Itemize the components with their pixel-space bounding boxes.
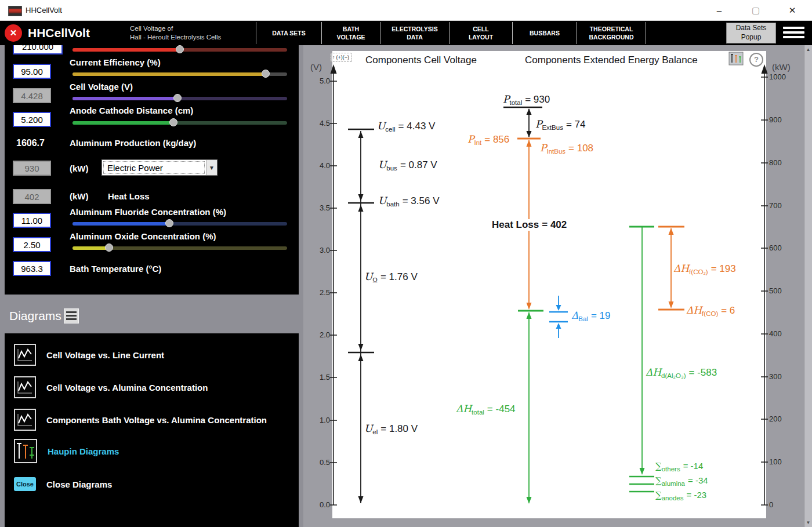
titlebar: HHCellVolt – ▢ ✕ — [0, 0, 812, 21]
controls-panel: Current Efficiency (%) Cell Voltage (V) … — [5, 45, 299, 295]
label-u-cell: Ucell= 4.43 V — [377, 120, 435, 133]
cell-voltage-label: Cell Voltage (V) — [70, 82, 133, 92]
aluminum-oxide-label: Aluminum Oxide Concentration (%) — [70, 231, 216, 241]
bath-temperature-input[interactable] — [13, 261, 51, 276]
cell-voltage-input — [13, 88, 51, 103]
haupin-diagram-area: Components Cell Voltage Components Exten… — [303, 45, 812, 527]
anode-cathode-distance-label: Anode Cathode Distance (cm) — [70, 106, 193, 115]
label-sum-anodes: ∑anodes= -23 — [655, 490, 706, 501]
diagram-item-cell-voltage-vs-alumina[interactable]: Cell Voltage vs. Alumina Concentration — [14, 376, 208, 399]
nav-menu: DATA SETS BATH VOLTAGE ELECTROLYSIS DATA… — [256, 22, 646, 44]
label-sum-alumina: ∑alumina= -34 — [655, 475, 708, 487]
minimize-button[interactable]: – — [706, 0, 732, 20]
menu-item-cell-layout[interactable]: CELL LAYOUT — [449, 22, 513, 44]
diagrams-header: Diagrams — [9, 309, 61, 323]
anode-cathode-distance-slider[interactable] — [72, 118, 287, 128]
polarity-orientation-icon: ↑(+)(−) — [330, 53, 351, 62]
label-p-total: Ptotal= 930 — [503, 93, 550, 106]
slider-thumb[interactable] — [165, 219, 173, 227]
label-u-ohm: UΩ= 1.76 V — [364, 271, 418, 284]
line-current-input[interactable] — [13, 45, 63, 54]
scroll-down-icon[interactable]: ▼ — [804, 520, 812, 525]
anode-cathode-distance-input[interactable] — [13, 112, 51, 127]
label-u-bath: Ubath= 3.56 V — [378, 195, 440, 208]
line-chart-icon — [14, 376, 36, 398]
label-u-bus: Ubus= 0.87 V — [378, 159, 437, 172]
app-title: HHCellVolt — [28, 21, 90, 45]
diagram-item-close-diagrams[interactable]: Close Close Diagrams — [14, 473, 112, 496]
label-p-int: PInt= 856 — [467, 133, 509, 146]
label-delta-bal: ΔBal= 19 — [571, 310, 610, 322]
diagrams-panel: Cell Voltage vs. Line Current Cell Volta… — [5, 333, 299, 527]
menu-item-electrolysis-data[interactable]: ELECTROLYSIS DATA — [380, 22, 449, 44]
slider-thumb[interactable] — [105, 243, 113, 252]
menu-item-busbars[interactable]: BUSBARS — [513, 22, 577, 44]
line-chart-icon — [14, 409, 36, 431]
heat-loss-input — [13, 189, 51, 204]
menu-item-theoretical-background[interactable]: THEORETICAL BACKGROUND — [577, 22, 646, 44]
maximize-button[interactable]: ▢ — [743, 0, 768, 20]
slider-thumb[interactable] — [169, 118, 177, 126]
current-efficiency-slider[interactable] — [72, 70, 287, 79]
left-column: Current Efficiency (%) Cell Voltage (V) … — [0, 45, 303, 527]
menu-item-data-sets[interactable]: DATA SETS — [256, 22, 322, 44]
app-window: { "window": { "title": "HHCellVolt", "mi… — [0, 0, 812, 527]
haupin-diagram-icon — [14, 439, 37, 463]
diagram-item-components-bath-voltage[interactable]: Components Bath Voltage vs. Alumina Conc… — [14, 408, 267, 431]
enthalpy-arrows-green — [518, 227, 654, 504]
slider-thumb[interactable] — [176, 45, 184, 53]
aluminum-production-label: Aluminum Production (kg/day) — [70, 138, 196, 148]
electric-power-input — [13, 161, 51, 176]
aluminum-fluoride-input[interactable] — [13, 213, 51, 228]
current-efficiency-input[interactable] — [13, 64, 51, 79]
diagrams-list-icon[interactable] — [64, 308, 79, 324]
line-chart-icon — [14, 344, 36, 366]
label-dh-f-co: ΔHf(CO)= 6 — [686, 304, 735, 317]
app-subtitle: Cell Voltage of Hall - Héroult Electroly… — [130, 24, 221, 42]
label-heat-loss: Heat Loss= 402 — [490, 219, 568, 231]
app-close-button[interactable]: ✕ — [5, 24, 22, 42]
voltage-component-arrows — [348, 107, 542, 503]
chevron-down-icon: ▼ — [206, 160, 217, 175]
help-icon[interactable]: ? — [749, 53, 763, 67]
balance-arrows-blue — [549, 296, 568, 338]
menu-item-bath-voltage[interactable]: BATH VOLTAGE — [322, 22, 380, 44]
aluminum-production-value: 1606.7 — [16, 138, 45, 148]
cell-voltage-slider[interactable] — [72, 94, 287, 103]
label-sum-others: ∑others= -14 — [655, 461, 703, 473]
label-dh-total: ΔHtotal= -454 — [456, 403, 516, 416]
label-dh-f-co2: ΔHf(CO₂)= 193 — [673, 263, 736, 275]
label-p-intbus: PIntBus= 108 — [540, 142, 593, 155]
diagram-item-cell-voltage-vs-line-current[interactable]: Cell Voltage vs. Line Current — [14, 343, 164, 366]
aluminum-fluoride-label: Aluminum Fluoride Concentration (%) — [70, 207, 226, 217]
label-u-el: Uel= 1.80 V — [364, 423, 418, 435]
electric-power-unit: (kW) — [70, 163, 89, 173]
close-button[interactable]: ✕ — [780, 0, 805, 20]
data-sets-popup-button[interactable]: Data Sets Popup — [726, 23, 776, 43]
aluminum-fluoride-slider[interactable] — [72, 219, 287, 228]
navbar: ✕ HHCellVolt Cell Voltage of Hall - Héro… — [0, 21, 812, 45]
current-efficiency-label: Current Efficiency (%) — [70, 57, 161, 67]
haupin-diagram-graphics — [303, 45, 812, 527]
left-axis-ticks: 5.0 4.5 4.0 3.5 3.0 2.5 2.0 1.5 1.0 0.5 … — [304, 45, 330, 527]
app-icon — [8, 6, 22, 16]
label-p-extbus: PExtBus= 74 — [535, 118, 585, 131]
chart-title-cell-voltage: Components Cell Voltage — [365, 54, 477, 66]
label-dh-d-al2o3: ΔHd(Al₂O₃)= -583 — [646, 366, 717, 379]
slider-thumb[interactable] — [262, 70, 270, 78]
aluminum-oxide-slider[interactable] — [72, 243, 287, 253]
electric-power-dropdown[interactable]: Electric Power ▼ — [102, 159, 217, 176]
slider-thumb[interactable] — [173, 94, 182, 102]
diagram-item-haupin-diagrams[interactable]: Haupin Diagrams — [14, 439, 119, 463]
heat-loss-unit: (kW) — [70, 191, 89, 201]
hamburger-menu-icon[interactable] — [783, 27, 804, 41]
heat-loss-label: Heat Loss — [108, 191, 150, 201]
aluminum-oxide-input[interactable] — [13, 237, 51, 252]
vertical-scrollbar[interactable]: ▲ ▼ — [804, 45, 812, 527]
close-diagrams-button[interactable]: Close — [14, 477, 36, 491]
right-axis-ticks: 1000 900 800 700 600 500 400 300 200 100… — [769, 45, 799, 527]
chart-title-energy-balance: Components Extended Energy Balance — [525, 54, 698, 66]
haupin-mini-icon[interactable] — [728, 52, 744, 66]
scroll-up-icon[interactable]: ▲ — [804, 47, 812, 52]
line-current-slider[interactable] — [72, 45, 287, 54]
